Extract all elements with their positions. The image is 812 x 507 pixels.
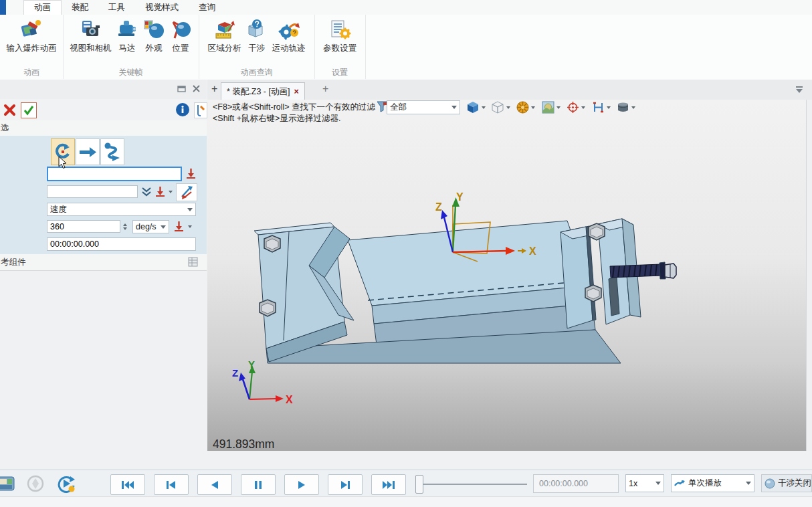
direction-icon: [177, 184, 197, 201]
hint-line-1: <F8>或者<Shift-roll> 查找下一个有效的过滤: [213, 102, 375, 113]
record-video-icon[interactable]: [0, 474, 17, 493]
playback-speed-select[interactable]: 1x: [625, 474, 664, 492]
position-button[interactable]: 位置: [167, 17, 194, 56]
group-label-keyframe: 关键帧: [63, 67, 199, 79]
document-tab-title: * 装配.Z3 - [动画]: [227, 86, 290, 98]
color-caret-icon: [531, 106, 535, 109]
document-tab[interactable]: * 装配.Z3 - [动画] ×: [221, 82, 305, 100]
timeline-track[interactable]: [423, 484, 527, 485]
ribbon: 输入爆炸动画 动画 视图和相机: [0, 15, 812, 80]
motor-icon: [116, 18, 138, 41]
menu-tab-inquire[interactable]: 查询: [189, 0, 225, 15]
pick-frame-icon[interactable]: [155, 186, 166, 197]
speed-unit-caret-icon: [161, 225, 166, 229]
shaded-display-button[interactable]: [467, 101, 486, 114]
menu-tab-visual-style[interactable]: 视觉样式: [135, 0, 189, 15]
filter-select[interactable]: 全部: [387, 100, 460, 114]
color-mode-button[interactable]: [516, 101, 535, 114]
motor-button[interactable]: 马达: [114, 17, 140, 56]
speed-unit-select[interactable]: deg/s: [132, 220, 169, 233]
go-to-end-button[interactable]: [371, 474, 406, 495]
play-backward-button[interactable]: [197, 474, 232, 495]
ok-icon[interactable]: [21, 102, 37, 118]
pause-button[interactable]: [241, 474, 276, 495]
motion-trace-button[interactable]: 运动轨迹: [270, 17, 308, 56]
capture-disabled-icon: [27, 475, 44, 492]
mouse-cursor-icon: [58, 156, 68, 169]
material-cylinder-icon: [617, 101, 629, 114]
ribbon-group-settings: 参数设置 设置: [314, 15, 366, 79]
linear-motor-button[interactable]: [76, 138, 100, 165]
info-icon[interactable]: [176, 103, 189, 116]
go-to-start-button[interactable]: [110, 474, 145, 495]
material-mode-button[interactable]: [617, 101, 635, 114]
target-caret-icon: [581, 106, 585, 109]
menu-tab-animation[interactable]: 动画: [23, 0, 62, 15]
background-caret-icon: [556, 106, 561, 109]
pick-target-icon[interactable]: [185, 168, 197, 179]
play-icon: [298, 480, 306, 490]
tab-dock-plus-icon[interactable]: +: [211, 83, 217, 95]
motor-panel-commands: [0, 99, 207, 121]
pick-speed-caret-icon[interactable]: [188, 225, 192, 228]
view-and-camera-button[interactable]: 视图和相机: [68, 17, 114, 56]
timeline-handle[interactable]: [415, 475, 423, 494]
area-analysis-button[interactable]: 区域分析: [206, 17, 243, 56]
interference-toggle-button[interactable]: 干涉关闭: [761, 474, 812, 492]
parameter-settings-button[interactable]: 参数设置: [321, 17, 359, 56]
speed-value-input[interactable]: [47, 220, 120, 233]
play-button[interactable]: [284, 474, 319, 495]
reference-list-icon[interactable]: [188, 257, 198, 267]
section-view-button[interactable]: [592, 101, 611, 114]
next-frame-button[interactable]: [328, 474, 363, 495]
section-h-icon: [592, 101, 605, 114]
target-icon: [567, 101, 579, 114]
color-wheel-icon: [516, 101, 529, 114]
wireframe-display-button[interactable]: [492, 101, 510, 114]
camera-icon: [80, 18, 102, 41]
below-viewport-strip: [207, 451, 812, 470]
wireframe-caret-icon: [506, 106, 510, 109]
statusbar: [0, 496, 812, 507]
viewport-canvas[interactable]: [207, 100, 806, 451]
motor-frame-input[interactable]: [47, 185, 138, 198]
path-motor-button[interactable]: [100, 138, 124, 165]
previous-frame-button[interactable]: [154, 474, 189, 495]
new-tab-icon[interactable]: +: [322, 83, 328, 95]
document-tab-close-icon[interactable]: ×: [294, 87, 298, 96]
collapse-panel-icon[interactable]: [795, 86, 804, 94]
panel-close-icon[interactable]: [192, 84, 201, 93]
background-button[interactable]: [542, 101, 561, 114]
speed-type-select[interactable]: 速度: [47, 203, 196, 216]
appearance-button[interactable]: 外观: [140, 17, 167, 56]
interference-button[interactable]: 干涉: [243, 17, 270, 56]
panel-dock-icon[interactable]: [177, 85, 187, 93]
import-explode-animation-button[interactable]: 输入爆炸动画: [5, 17, 59, 56]
duration-input[interactable]: [47, 237, 196, 251]
pick-frame-caret-icon[interactable]: [169, 191, 173, 193]
menu-tab-assembly[interactable]: 装配: [62, 0, 98, 15]
play-mode-select[interactable]: 单次播放: [671, 474, 754, 492]
target-point-button[interactable]: [567, 101, 585, 114]
background-image-icon: [542, 101, 554, 114]
cancel-icon[interactable]: [3, 104, 16, 116]
settings-page-icon[interactable]: [194, 102, 207, 118]
direction-button[interactable]: [176, 183, 197, 201]
group-label-animation: 动画: [0, 67, 63, 79]
position-icon: [169, 18, 192, 41]
go-to-end-icon: [382, 480, 395, 490]
viewport-scrollbar[interactable]: [806, 100, 812, 451]
record-animation-icon[interactable]: [57, 474, 76, 493]
single-play-icon: [674, 480, 685, 488]
interference-icon: [245, 18, 268, 41]
app-logo-icon[interactable]: [0, 0, 6, 15]
linear-motor-icon: [78, 143, 97, 161]
play-mode-caret-icon: [746, 482, 751, 485]
expand-more-icon[interactable]: [141, 187, 152, 197]
document-tabbar: + * 装配.Z3 - [动画] × +: [207, 80, 812, 100]
speed-type-caret-icon: [187, 208, 193, 211]
ribbon-group-animation-inquire: 区域分析 干涉: [199, 15, 315, 79]
pick-speed-icon[interactable]: [173, 221, 185, 232]
menu-tab-tools[interactable]: 工具: [98, 0, 135, 15]
speed-spinner[interactable]: [121, 221, 129, 233]
